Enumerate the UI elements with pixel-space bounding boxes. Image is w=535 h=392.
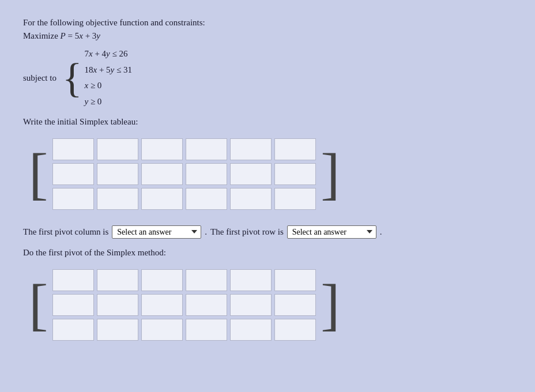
cell-r0-c1-input[interactable] bbox=[97, 139, 138, 160]
objective-line: Maximize P = 5x + 3y bbox=[23, 29, 512, 43]
second-matrix-right-bracket: ] bbox=[321, 265, 340, 345]
cell-r0-c4-input[interactable] bbox=[231, 139, 271, 160]
page: For the following objective function and… bbox=[0, 0, 535, 392]
cell-r1-c2-input[interactable] bbox=[142, 164, 182, 184]
matrix-cell bbox=[141, 269, 183, 291]
constraint-3: x ≥ 0 bbox=[84, 78, 132, 93]
objective-label: Maximize bbox=[23, 31, 58, 40]
pivot-column-prefix: The first pivot column is bbox=[23, 225, 108, 239]
matrix-cell bbox=[52, 138, 94, 160]
left-brace: { bbox=[62, 47, 82, 109]
cell-r2-c4-input[interactable] bbox=[231, 189, 271, 209]
constraint-4: y ≥ 0 bbox=[84, 95, 132, 110]
matrix-cell bbox=[274, 269, 316, 291]
matrix-cell bbox=[97, 188, 138, 210]
matrix-cell bbox=[141, 319, 183, 341]
cell-r1-c3-input[interactable] bbox=[186, 295, 227, 315]
cell-r1-c4-input[interactable] bbox=[231, 295, 271, 315]
cell-r2-c3-input[interactable] bbox=[186, 189, 227, 209]
matrix-cell bbox=[97, 269, 138, 291]
pivot-column-select[interactable]: Select an answer123456 bbox=[112, 225, 201, 239]
cell-r1-c4-input[interactable] bbox=[231, 164, 271, 184]
matrix-cell bbox=[97, 294, 138, 316]
matrix-cell bbox=[52, 319, 94, 341]
constraint-1: 7x + 4y ≤ 26 bbox=[84, 47, 132, 62]
constraints-list: 7x + 4y ≤ 26 18x + 5y ≤ 31 x ≥ 0 y ≥ 0 bbox=[84, 47, 132, 109]
matrix-cell bbox=[186, 163, 227, 185]
cell-r2-c2-input[interactable] bbox=[142, 189, 182, 209]
pivot-selectors-row: The first pivot column is Select an answ… bbox=[23, 225, 512, 239]
cell-r0-c3-input[interactable] bbox=[186, 270, 227, 291]
matrix-cell bbox=[230, 319, 272, 341]
tableau-label: Write the initial Simplex tableau: bbox=[23, 117, 512, 127]
objective-expr: = 5x + 3y bbox=[68, 31, 101, 40]
matrix-cell bbox=[186, 319, 227, 341]
cell-r1-c0-input[interactable] bbox=[53, 295, 93, 315]
matrix-cell bbox=[141, 138, 183, 160]
matrix-cell bbox=[274, 163, 316, 185]
matrix-cell bbox=[97, 163, 138, 185]
pivot-separator: . bbox=[205, 225, 207, 239]
matrix-cell bbox=[97, 138, 138, 160]
cell-r0-c4-input[interactable] bbox=[231, 270, 271, 291]
cell-r0-c3-input[interactable] bbox=[186, 139, 227, 160]
matrix-cell bbox=[230, 138, 272, 160]
initial-tableau-grid bbox=[50, 134, 318, 214]
matrix-cell bbox=[97, 319, 138, 341]
pivot-end-period: . bbox=[380, 225, 382, 239]
cell-r1-c0-input[interactable] bbox=[53, 164, 93, 184]
matrix-left-bracket: [ bbox=[29, 134, 48, 214]
second-matrix-left-bracket: [ bbox=[29, 265, 48, 345]
matrix-cell bbox=[141, 294, 183, 316]
cell-r1-c1-input[interactable] bbox=[97, 164, 138, 184]
matrix-cell bbox=[52, 294, 94, 316]
matrix-cell bbox=[52, 188, 94, 210]
cell-r0-c5-input[interactable] bbox=[275, 270, 315, 291]
cell-r2-c4-input[interactable] bbox=[231, 319, 271, 340]
cell-r2-c5-input[interactable] bbox=[275, 319, 315, 340]
matrix-cell bbox=[274, 138, 316, 160]
cell-r2-c0-input[interactable] bbox=[53, 319, 93, 340]
matrix-cell bbox=[186, 188, 227, 210]
matrix-cell bbox=[274, 188, 316, 210]
second-tableau-label: Do the first pivot of the Simplex method… bbox=[23, 248, 512, 258]
initial-tableau-wrapper: [ ] bbox=[29, 134, 512, 214]
cell-r0-c0-input[interactable] bbox=[53, 270, 93, 291]
matrix-cell bbox=[186, 269, 227, 291]
objective-var: P bbox=[61, 31, 66, 40]
cell-r0-c2-input[interactable] bbox=[142, 139, 182, 160]
cell-r0-c0-input[interactable] bbox=[53, 139, 93, 160]
matrix-cell bbox=[186, 138, 227, 160]
cell-r2-c2-input[interactable] bbox=[142, 319, 182, 340]
matrix-cell bbox=[141, 163, 183, 185]
cell-r2-c1-input[interactable] bbox=[97, 189, 138, 209]
cell-r0-c5-input[interactable] bbox=[275, 139, 315, 160]
cell-r1-c3-input[interactable] bbox=[186, 164, 227, 184]
second-tableau-wrapper: [ ] bbox=[29, 265, 512, 345]
second-tableau-grid bbox=[50, 265, 318, 345]
problem-intro: For the following objective function and… bbox=[23, 16, 512, 42]
cell-r2-c1-input[interactable] bbox=[97, 319, 138, 340]
pivot-row-prefix: The first pivot row is bbox=[210, 225, 284, 239]
matrix-cell bbox=[230, 163, 272, 185]
cell-r1-c1-input[interactable] bbox=[97, 295, 138, 315]
cell-r1-c5-input[interactable] bbox=[275, 164, 315, 184]
constraint-2: 18x + 5y ≤ 31 bbox=[84, 63, 132, 78]
matrix-right-bracket: ] bbox=[321, 134, 340, 214]
matrix-cell bbox=[230, 294, 272, 316]
cell-r2-c0-input[interactable] bbox=[53, 189, 93, 209]
cell-r2-c3-input[interactable] bbox=[186, 319, 227, 340]
cell-r2-c5-input[interactable] bbox=[275, 189, 315, 209]
constraints-block: subject to { 7x + 4y ≤ 26 18x + 5y ≤ 31 … bbox=[23, 47, 512, 109]
cell-r1-c2-input[interactable] bbox=[142, 295, 182, 315]
brace-container: { 7x + 4y ≤ 26 18x + 5y ≤ 31 x ≥ 0 y ≥ 0 bbox=[62, 47, 132, 109]
cell-r0-c1-input[interactable] bbox=[97, 270, 138, 291]
matrix-cell bbox=[141, 188, 183, 210]
matrix-cell bbox=[274, 319, 316, 341]
cell-r1-c5-input[interactable] bbox=[275, 295, 315, 315]
pivot-row-select[interactable]: Select an answer123456 bbox=[287, 225, 376, 239]
cell-r0-c2-input[interactable] bbox=[142, 270, 182, 291]
matrix-cell bbox=[274, 294, 316, 316]
matrix-cell bbox=[186, 294, 227, 316]
matrix-cell bbox=[52, 269, 94, 291]
